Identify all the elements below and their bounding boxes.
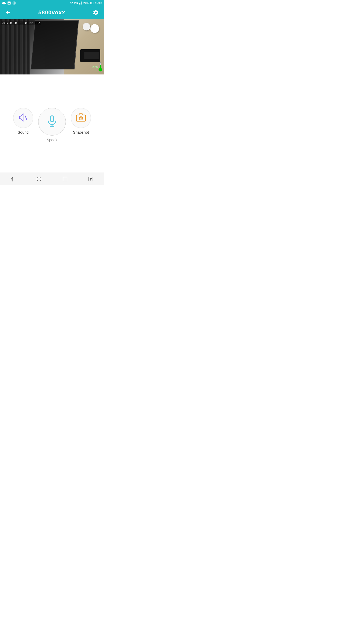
blinds-layer [0,19,30,74]
nav-recent-button[interactable] [60,174,70,184]
speak-label: Speak [47,138,58,142]
image-icon [7,1,11,5]
main-content: 2017-09-05 15:03:44 Tue 28°C [0,19,104,173]
snapshot-circle[interactable] [71,108,91,128]
camera-scene [0,19,104,74]
svg-point-14 [37,177,41,181]
back-button[interactable] [4,9,12,17]
svg-rect-2 [80,3,80,5]
speak-svg [46,115,59,128]
nav-back-button[interactable] [8,174,18,184]
thermo-bulb [99,68,102,71]
nav-back-icon [10,176,16,182]
phone-shape [84,52,99,59]
gear-icon [93,9,99,16]
svg-line-7 [25,115,27,120]
svg-rect-8 [51,116,54,122]
svg-rect-15 [63,177,67,181]
status-bar: 2G 24% 15:03 [0,0,104,6]
clock: 15:03 [95,2,102,5]
battery-percent: 24% [83,2,89,5]
svg-point-11 [79,116,82,120]
thermometer-icon [99,62,102,71]
navigation-bar [0,173,104,185]
nav-share-button[interactable] [86,174,96,184]
signal-bars-icon [79,1,82,5]
app-header: 5800voxx [0,6,104,19]
svg-rect-4 [81,2,82,5]
temperature-value: 28°C [93,66,98,68]
nav-home-icon [36,176,42,182]
microphone-icon [46,115,59,129]
svg-point-12 [80,117,82,119]
desk-object-2 [83,23,90,30]
snapshot-control[interactable]: Snapshot [71,108,91,134]
speak-control[interactable]: Speak [38,108,66,142]
battery-icon [90,2,94,5]
sound-svg [18,112,28,123]
status-left [2,1,16,5]
signal-icon [12,1,16,5]
svg-rect-3 [81,2,81,5]
mute-speaker-icon [18,112,28,124]
status-right: 2G 24% 15:03 [70,1,102,5]
back-arrow-icon [5,10,11,16]
wifi-icon [70,1,73,5]
control-buttons-row: Sound [5,108,99,142]
snapshot-label: Snapshot [73,130,89,134]
svg-rect-6 [90,2,92,4]
camera-feed: 2017-09-05 15:03:44 Tue 28°C [0,19,104,74]
desk-object-1 [90,24,99,33]
nav-recent-icon [62,176,68,182]
camera-icon [76,112,86,124]
svg-marker-13 [11,177,13,181]
camera-timestamp: 2017-09-05 15:03:44 Tue [1,21,41,25]
sound-circle[interactable] [13,108,33,128]
svg-rect-16 [89,177,93,181]
sound-control[interactable]: Sound [13,108,33,134]
page-title: 5800voxx [38,9,65,16]
network-type: 2G [74,2,78,5]
monitor-shape [30,20,79,69]
controls-area: Sound [0,74,104,173]
svg-rect-1 [79,3,80,5]
settings-button[interactable] [92,8,100,17]
snapshot-svg [76,112,86,123]
cloud-icon [2,1,6,5]
sound-label: Sound [18,130,28,134]
speak-circle[interactable] [38,108,66,136]
temperature-indicator: 28°C [93,62,102,71]
nav-home-button[interactable] [34,174,44,184]
nav-share-icon [88,176,94,182]
